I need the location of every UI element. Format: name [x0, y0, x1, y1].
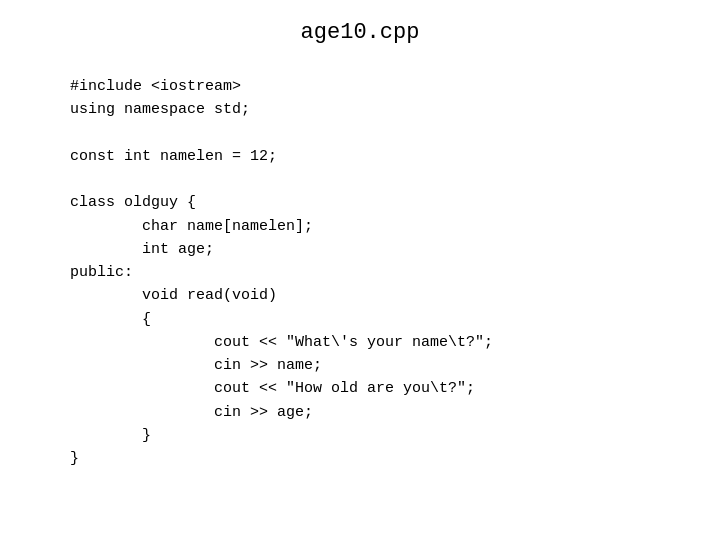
page-title: age10.cpp: [301, 20, 420, 45]
page-container: age10.cpp #include <iostream> using name…: [0, 0, 720, 540]
code-line-2: using namespace std;: [70, 98, 680, 121]
code-line-5: char name[namelen];: [70, 215, 680, 238]
code-line-6: int age;: [70, 238, 680, 261]
code-line-15: }: [70, 447, 680, 470]
code-line-14: }: [70, 424, 680, 447]
code-line-11: cin >> name;: [70, 354, 680, 377]
code-line-10: cout << "What\'s your name\t?";: [70, 331, 680, 354]
code-line-4: class oldguy {: [70, 191, 680, 214]
code-line-8: void read(void): [70, 284, 680, 307]
code-block: #include <iostream> using namespace std;…: [40, 75, 680, 470]
code-line-1: #include <iostream>: [70, 75, 680, 98]
code-line-12: cout << "How old are you\t?";: [70, 377, 680, 400]
code-line-7: public:: [70, 261, 680, 284]
code-line-9: {: [70, 308, 680, 331]
blank-line-1: [70, 122, 680, 145]
code-line-13: cin >> age;: [70, 401, 680, 424]
code-line-3: const int namelen = 12;: [70, 145, 680, 168]
blank-line-2: [70, 168, 680, 191]
